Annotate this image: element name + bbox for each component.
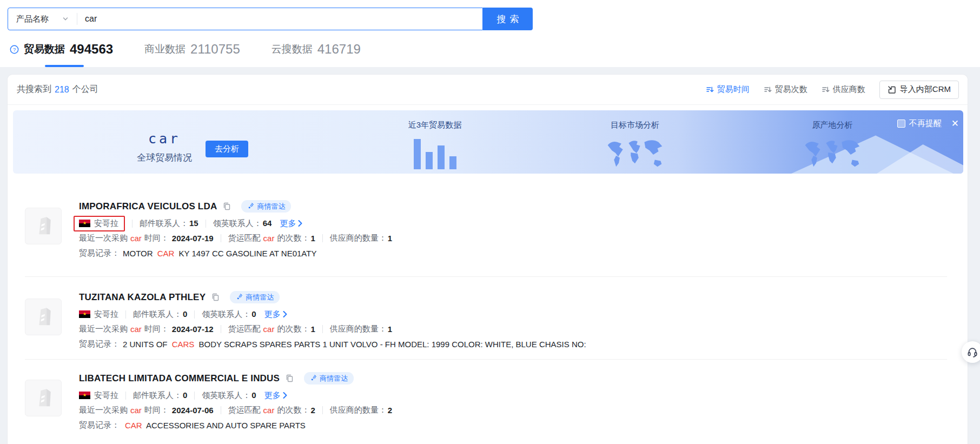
results-count-prefix: 共搜索到 bbox=[17, 84, 51, 95]
separator bbox=[132, 220, 133, 228]
company-name[interactable]: LIBATECH LIMITADA COMMERCIAL E INDUS bbox=[79, 373, 280, 384]
search-bar: 产品名称 搜索 bbox=[8, 8, 533, 30]
world-map-icon bbox=[784, 136, 881, 169]
radar-icon bbox=[247, 203, 254, 210]
sort-label: 贸易次数 bbox=[775, 84, 807, 95]
radar-icon bbox=[310, 375, 317, 382]
banner-item-label: 目标市场分析 bbox=[586, 120, 684, 130]
search-category-label: 产品名称 bbox=[16, 14, 49, 24]
chevron-right-icon bbox=[283, 392, 287, 399]
company-thumbnail[interactable] bbox=[25, 208, 62, 244]
results-header: 共搜索到 218 个公司 贸易时间 贸易次数 bbox=[8, 75, 968, 105]
more-link[interactable]: 更多 bbox=[264, 390, 287, 401]
tab-count: 494563 bbox=[70, 42, 113, 57]
close-icon[interactable]: ✕ bbox=[951, 119, 959, 128]
customer-service-button[interactable] bbox=[962, 341, 980, 363]
copy-icon[interactable] bbox=[211, 293, 220, 302]
last-purchase: 最近一次采购car时间：2024-07-06 bbox=[79, 405, 214, 415]
sort-trade-count[interactable]: 贸易次数 bbox=[764, 84, 807, 95]
sort-icon bbox=[822, 85, 830, 94]
separator bbox=[322, 406, 323, 414]
results-count-text: 共搜索到 218 个公司 bbox=[17, 84, 98, 95]
results-panel: 共搜索到 218 个公司 贸易时间 贸易次数 bbox=[7, 74, 968, 444]
radar-badge-label: 商情雷达 bbox=[246, 293, 274, 302]
angola-flag-icon: ★ bbox=[79, 310, 90, 318]
analyze-button[interactable]: 去分析 bbox=[206, 141, 248, 157]
radar-badge[interactable]: 商情雷达 bbox=[304, 372, 354, 385]
country-chip-annotated: ★ 安哥拉 bbox=[74, 216, 125, 231]
tab-count: 416719 bbox=[317, 42, 361, 57]
banner-dismiss-group: 不再提醒 ✕ bbox=[897, 118, 959, 129]
company-name[interactable]: IMPORAFRICA VEICULOS LDA bbox=[79, 201, 217, 212]
results-count-number: 218 bbox=[55, 85, 69, 95]
tab-cloud-search-data[interactable]: 云搜数据 416719 bbox=[272, 42, 361, 57]
sort-supplier-count[interactable]: 供应商数 bbox=[822, 84, 865, 95]
last-purchase: 最近一次采购car时间：2024-07-19 bbox=[79, 233, 214, 243]
banner-item-label: 近3年贸易数据 bbox=[386, 120, 484, 130]
copy-icon[interactable] bbox=[285, 374, 294, 383]
separator bbox=[125, 310, 126, 319]
radar-badge[interactable]: 商情雷达 bbox=[230, 291, 280, 303]
more-link[interactable]: 更多 bbox=[280, 218, 302, 229]
radar-badge-label: 商情雷达 bbox=[320, 374, 348, 383]
trade-record-label: 贸易记录： bbox=[79, 420, 120, 430]
more-label: 更多 bbox=[264, 390, 281, 401]
building-icon bbox=[29, 384, 57, 412]
separator bbox=[194, 392, 195, 400]
tab-label: 商业数据 bbox=[144, 42, 186, 56]
freight-match-count: 货运匹配car的次数：2 bbox=[228, 405, 315, 415]
dismiss-checkbox[interactable] bbox=[897, 120, 905, 128]
radar-badge[interactable]: 商情雷达 bbox=[241, 200, 291, 213]
analysis-banner: car 全球贸易情况 去分析 近3年贸易数据 目标市场分析 bbox=[13, 110, 963, 174]
email-contacts: 邮件联系人：0 bbox=[133, 309, 187, 320]
banner-item-origin: 原产地分析 bbox=[784, 120, 881, 169]
copy-icon[interactable] bbox=[222, 202, 231, 211]
company-thumbnail[interactable] bbox=[25, 299, 62, 335]
radar-icon bbox=[236, 294, 243, 301]
sort-label: 贸易时间 bbox=[717, 84, 750, 95]
freight-match-count: 货运匹配car的次数：1 bbox=[228, 324, 315, 334]
company-thumbnail[interactable] bbox=[25, 380, 62, 416]
tab-business-data[interactable]: 商业数据 2110755 bbox=[144, 42, 240, 57]
trade-record: 贸易记录： CAR ACCESSORIES AND AUTO SPARE PAR… bbox=[79, 420, 306, 430]
search-category-select[interactable]: 产品名称 bbox=[8, 14, 77, 24]
trade-record-label: 贸易记录： bbox=[79, 248, 120, 259]
banner-subtitle: 全球贸易情况 bbox=[119, 151, 210, 164]
card-divider bbox=[25, 359, 947, 360]
import-crm-label: 导入内部CRM bbox=[900, 84, 951, 95]
separator bbox=[322, 325, 323, 333]
banner-item-label: 原产地分析 bbox=[784, 120, 881, 130]
question-circle-icon[interactable]: ? bbox=[10, 45, 19, 54]
sort-label: 供应商数 bbox=[833, 84, 865, 95]
supplier-count: 供应商的数量：1 bbox=[330, 233, 392, 243]
bar-chart-icon bbox=[386, 136, 484, 169]
results-count-suffix: 个公司 bbox=[72, 84, 98, 95]
search-input[interactable] bbox=[77, 14, 482, 24]
separator bbox=[125, 392, 126, 400]
company-name[interactable]: TUZITANA KAZOLA PTHLEY bbox=[79, 292, 206, 303]
supplier-count: 供应商的数量：2 bbox=[330, 405, 392, 415]
building-icon bbox=[29, 303, 57, 331]
trade-record-label: 贸易记录： bbox=[79, 339, 120, 349]
country-name: 安哥拉 bbox=[94, 309, 118, 320]
angola-flag-icon: ★ bbox=[79, 392, 90, 399]
more-link[interactable]: 更多 bbox=[264, 309, 287, 320]
supplier-count: 供应商的数量：1 bbox=[330, 324, 392, 334]
dismiss-label: 不再提醒 bbox=[909, 118, 942, 129]
trade-record: 贸易记录： MOTOR CAR KY 1497 CC GASOLINE AT N… bbox=[79, 248, 316, 259]
more-label: 更多 bbox=[264, 309, 281, 320]
linkedin-contacts: 领英联系人：0 bbox=[202, 390, 256, 401]
country-name: 安哥拉 bbox=[94, 218, 118, 229]
radar-badge-label: 商情雷达 bbox=[257, 202, 285, 211]
building-icon bbox=[29, 212, 57, 240]
search-box: 产品名称 bbox=[8, 8, 483, 30]
email-contacts: 邮件联系人：0 bbox=[133, 390, 187, 401]
search-button[interactable]: 搜索 bbox=[483, 8, 533, 30]
freight-match-count: 货运匹配car的次数：1 bbox=[228, 233, 315, 243]
angola-flag-icon: ★ bbox=[79, 220, 90, 227]
separator bbox=[221, 234, 221, 242]
sort-trade-time[interactable]: 贸易时间 bbox=[706, 84, 750, 95]
linkedin-contacts: 领英联系人：0 bbox=[202, 309, 256, 320]
tab-trade-data[interactable]: ? 贸易数据 494563 bbox=[10, 42, 113, 57]
import-crm-button[interactable]: 导入内部CRM bbox=[879, 81, 959, 99]
